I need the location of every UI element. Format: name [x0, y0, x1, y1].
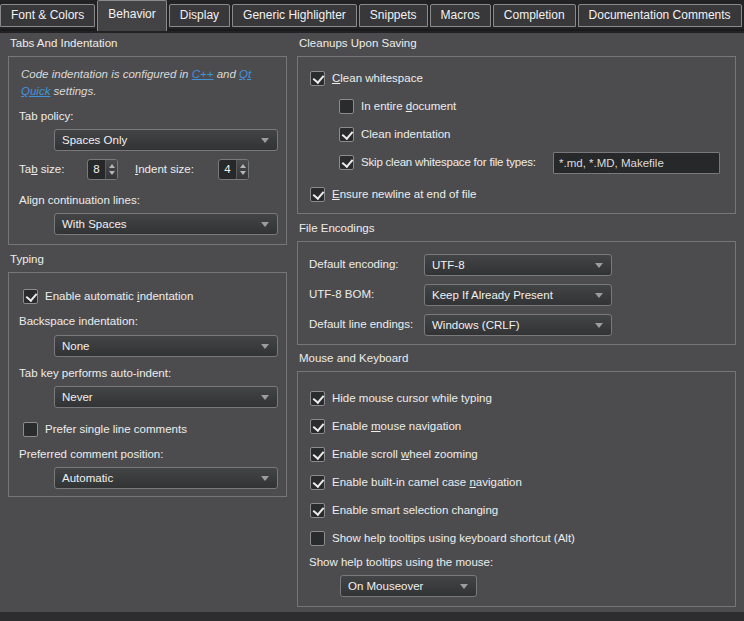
tab-size-label: Tab size: — [19, 163, 64, 175]
spinbox-value: 4 — [219, 160, 236, 179]
checkbox-label: Enable built-in camel case navigation — [332, 476, 522, 488]
checkbox-label: Enable mouse navigation — [332, 420, 461, 432]
skip-file-types-input[interactable] — [553, 152, 720, 174]
note-text: settings. — [50, 85, 96, 97]
tab-policy-dropdown[interactable]: Spaces Only — [54, 129, 278, 151]
checkbox-label: Clean whitespace — [332, 72, 423, 84]
indentation-config-note: Code indentation is configured in C++ an… — [21, 66, 277, 100]
checkbox-row: Clean indentation — [339, 126, 451, 142]
spin-buttons[interactable] — [105, 160, 117, 179]
spin-down-icon — [109, 171, 115, 175]
default-line-endings-label: Default line endings: — [309, 318, 413, 330]
checkbox-row: Enable scroll wheel zooming — [310, 446, 478, 462]
tooltips-mouse-label: Show help tooltips using the mouse: — [309, 556, 493, 568]
group-mouse-and-keyboard: Mouse and Keyboard Hide mouse cursor whi… — [297, 371, 736, 607]
checkbox-row: Show help tooltips using keyboard shortc… — [310, 530, 575, 546]
tab-font-colors[interactable]: Font & Colors — [0, 4, 95, 27]
tab-generic-highlighter[interactable]: Generic Highlighter — [232, 4, 357, 27]
checkbox-row: Enable built-in camel case navigation — [310, 474, 522, 490]
checkbox-row: Enable mouse navigation — [310, 418, 461, 434]
tab-macros[interactable]: Macros — [430, 4, 491, 27]
indent-size-label: Indent size: — [135, 163, 194, 175]
checkbox-show-help-tooltips-keyboard-shortcut[interactable] — [310, 531, 325, 546]
checkbox-label: Hide mouse cursor while typing — [332, 392, 492, 404]
chevron-down-icon — [261, 222, 269, 227]
checkbox-label: In entire document — [361, 100, 456, 112]
align-continuation-dropdown[interactable]: With Spaces — [54, 213, 278, 235]
group-border: Enable automatic indentation Backspace i… — [8, 272, 287, 497]
checkbox-label: Skip clean whitespace for file types: — [361, 156, 536, 168]
link-cpp-settings[interactable]: C++ — [192, 68, 214, 80]
group-border: Hide mouse cursor while typing Enable mo… — [297, 371, 736, 607]
group-border: Default encoding: UTF-8 UTF-8 BOM: Keep … — [297, 241, 736, 345]
default-encoding-label: Default encoding: — [309, 258, 399, 270]
chevron-down-icon — [595, 293, 603, 298]
checkbox-row: Hide mouse cursor while typing — [310, 390, 492, 406]
group-title: Mouse and Keyboard — [299, 352, 408, 364]
checkbox-enable-mouse-navigation[interactable] — [310, 419, 325, 434]
checkbox-row: Ensure newline at end of file — [310, 186, 476, 202]
bottom-margin-strip — [0, 612, 744, 621]
backspace-indentation-label: Backspace indentation: — [19, 315, 138, 327]
checkbox-row: Prefer single line comments — [23, 421, 187, 437]
tab-size-spinbox[interactable]: 8 — [87, 159, 118, 180]
group-tabs-and-indentation: Tabs And Indentation Code indentation is… — [8, 56, 287, 245]
backspace-indentation-dropdown[interactable]: None — [54, 335, 278, 357]
checkbox-label: Clean indentation — [361, 128, 451, 140]
tab-display[interactable]: Display — [169, 4, 230, 27]
dropdown-value: On Mouseover — [341, 580, 460, 592]
align-continuation-label: Align continuation lines: — [19, 194, 140, 206]
checkbox-row: In entire document — [339, 98, 456, 114]
group-border: Code indentation is configured in C++ an… — [8, 56, 287, 245]
utf8-bom-label: UTF-8 BOM: — [309, 288, 374, 300]
checkbox-label: Enable smart selection changing — [332, 504, 498, 516]
spin-buttons[interactable] — [236, 160, 248, 179]
utf8-bom-dropdown[interactable]: Keep If Already Present — [424, 284, 612, 306]
checkbox-row: Enable automatic indentation — [23, 288, 193, 304]
comment-position-dropdown[interactable]: Automatic — [54, 467, 278, 489]
spin-up-icon — [240, 164, 246, 168]
tab-snippets[interactable]: Snippets — [359, 4, 428, 27]
checkbox-enable-camel-case-navigation[interactable] — [310, 475, 325, 490]
spin-down-icon — [240, 171, 246, 175]
chevron-down-icon — [261, 395, 269, 400]
dropdown-value: Keep If Already Present — [425, 289, 595, 301]
behavior-settings-panel: Tabs And Indentation Code indentation is… — [0, 33, 744, 612]
note-text: and — [213, 68, 239, 80]
chevron-down-icon — [595, 323, 603, 328]
dropdown-value: Automatic — [55, 472, 261, 484]
checkbox-hide-mouse-cursor-while-typing[interactable] — [310, 391, 325, 406]
group-title: Cleanups Upon Saving — [299, 37, 417, 49]
spinbox-value: 8 — [88, 160, 105, 179]
note-text: Code indentation is configured in — [21, 68, 192, 80]
group-border: Clean whitespace In entire document Clea… — [297, 56, 736, 214]
checkbox-enable-scroll-wheel-zooming[interactable] — [310, 447, 325, 462]
tab-key-auto-indent-dropdown[interactable]: Never — [54, 386, 278, 408]
tab-key-auto-indent-label: Tab key performs auto-indent: — [19, 367, 171, 379]
checkbox-clean-indentation[interactable] — [339, 127, 354, 142]
tooltips-mouse-dropdown[interactable]: On Mouseover — [340, 575, 477, 597]
checkbox-prefer-single-line-comments[interactable] — [23, 422, 38, 437]
tab-behavior[interactable]: Behavior — [97, 0, 166, 31]
group-file-encodings: File Encodings Default encoding: UTF-8 U… — [297, 241, 736, 345]
checkbox-in-entire-document[interactable] — [339, 99, 354, 114]
tab-documentation-comments[interactable]: Documentation Comments — [578, 4, 742, 27]
checkbox-row: Skip clean whitespace for file types: — [339, 154, 536, 170]
dropdown-value: UTF-8 — [425, 259, 595, 271]
group-title: File Encodings — [299, 222, 374, 234]
checkbox-clean-whitespace[interactable] — [310, 71, 325, 86]
indent-size-spinbox[interactable]: 4 — [218, 159, 249, 180]
spin-up-icon — [109, 164, 115, 168]
default-line-endings-dropdown[interactable]: Windows (CRLF) — [424, 314, 612, 336]
group-cleanups-upon-saving: Cleanups Upon Saving Clean whitespace In… — [297, 56, 736, 214]
tab-completion[interactable]: Completion — [493, 4, 576, 27]
default-encoding-dropdown[interactable]: UTF-8 — [424, 254, 612, 276]
group-title: Typing — [10, 253, 44, 265]
checkbox-label: Enable scroll wheel zooming — [332, 448, 478, 460]
dropdown-value: None — [55, 340, 261, 352]
checkbox-enable-smart-selection-changing[interactable] — [310, 503, 325, 518]
checkbox-enable-auto-indentation[interactable] — [23, 289, 38, 304]
checkbox-skip-clean-whitespace-file-types[interactable] — [339, 155, 354, 170]
checkbox-ensure-newline-at-eof[interactable] — [310, 187, 325, 202]
checkbox-label: Show help tooltips using keyboard shortc… — [332, 532, 575, 544]
